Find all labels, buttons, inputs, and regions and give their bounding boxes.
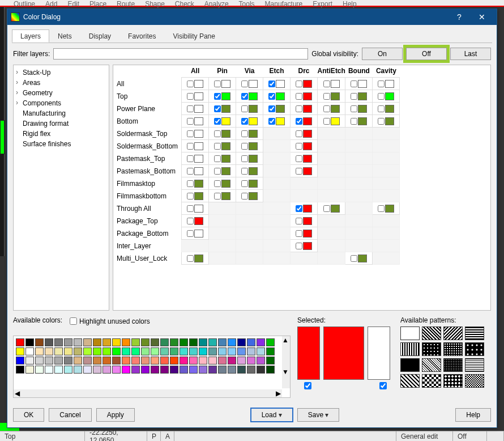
palette-swatch[interactable] [160, 347, 169, 355]
palette-swatch[interactable] [112, 357, 121, 364]
palette-swatch[interactable] [83, 357, 92, 364]
layer-visibility-checkbox[interactable] [241, 118, 248, 125]
palette-swatch[interactable] [112, 347, 121, 355]
palette-swatch[interactable] [237, 357, 246, 364]
layer-color-swatch[interactable] [221, 92, 230, 100]
layer-color-swatch[interactable] [221, 117, 230, 125]
layer-color-swatch[interactable] [221, 180, 230, 188]
layer-color-swatch[interactable] [303, 217, 312, 225]
palette-swatch[interactable] [266, 347, 275, 355]
palette-swatch[interactable] [45, 366, 53, 374]
layer-color-swatch[interactable] [194, 80, 203, 88]
palette-swatch[interactable] [189, 338, 198, 346]
palette-swatch[interactable] [54, 338, 63, 346]
palette-swatch[interactable] [74, 357, 82, 364]
palette-swatch[interactable] [170, 357, 178, 364]
layer-color-swatch[interactable] [249, 192, 258, 200]
selected-color-bg[interactable] [368, 326, 390, 380]
palette-swatch[interactable] [54, 357, 63, 364]
palette-swatch[interactable] [218, 366, 227, 374]
layer-color-swatch[interactable] [385, 105, 394, 113]
layer-visibility-checkbox[interactable] [268, 105, 275, 112]
palette-swatch[interactable] [64, 347, 72, 355]
layer-color-swatch[interactable] [331, 92, 340, 100]
palette-swatch[interactable] [25, 338, 34, 346]
layer-visibility-checkbox[interactable] [187, 118, 194, 125]
layer-visibility-checkbox[interactable] [296, 105, 302, 112]
layer-color-swatch[interactable] [249, 117, 258, 125]
apply-button[interactable]: Apply [96, 408, 135, 422]
layer-visibility-checkbox[interactable] [296, 118, 302, 125]
palette-swatch[interactable] [83, 347, 92, 355]
palette-swatch[interactable] [257, 347, 265, 355]
vis-last-button[interactable]: Last [450, 48, 491, 60]
palette-swatch[interactable] [131, 366, 140, 374]
layer-visibility-checkbox[interactable] [323, 118, 330, 125]
selected-bg-check[interactable] [379, 382, 387, 389]
palette-swatch[interactable] [180, 347, 188, 355]
layer-visibility-checkbox[interactable] [296, 243, 302, 249]
layer-visibility-checkbox[interactable] [214, 155, 221, 162]
layer-color-swatch[interactable] [385, 92, 394, 100]
palette-swatch[interactable] [141, 366, 150, 374]
palette-swatch[interactable] [45, 347, 53, 355]
palette-swatch[interactable] [35, 366, 44, 374]
palette-swatch[interactable] [74, 338, 82, 346]
layer-color-swatch[interactable] [358, 80, 367, 88]
palette-swatch[interactable] [160, 357, 169, 364]
layer-color-swatch[interactable] [385, 80, 394, 88]
layer-color-swatch[interactable] [331, 105, 340, 113]
layer-color-swatch[interactable] [385, 117, 394, 125]
palette-swatch[interactable] [74, 347, 82, 355]
palette-swatch[interactable] [45, 338, 53, 346]
layer-visibility-checkbox[interactable] [187, 155, 194, 162]
layer-visibility-checkbox[interactable] [351, 105, 357, 112]
layer-color-swatch[interactable] [221, 142, 230, 150]
layer-visibility-checkbox[interactable] [241, 193, 248, 200]
layer-visibility-checkbox[interactable] [351, 255, 357, 262]
tree-item[interactable]: Surface finishes [14, 139, 109, 149]
palette-swatch[interactable] [102, 347, 111, 355]
palette-swatch[interactable] [218, 357, 227, 364]
layer-color-swatch[interactable] [303, 167, 312, 175]
palette-swatch[interactable] [247, 347, 255, 355]
layer-visibility-checkbox[interactable] [241, 80, 248, 87]
layer-color-swatch[interactable] [249, 167, 258, 175]
palette-swatch[interactable] [83, 338, 92, 346]
palette-swatch[interactable] [64, 366, 72, 374]
layer-visibility-checkbox[interactable] [214, 143, 221, 150]
layer-visibility-checkbox[interactable] [214, 93, 221, 100]
layer-visibility-checkbox[interactable] [351, 80, 357, 87]
layer-visibility-checkbox[interactable] [378, 93, 385, 100]
layer-visibility-checkbox[interactable] [268, 118, 275, 125]
palette-swatch[interactable] [16, 347, 24, 355]
layer-visibility-checkbox[interactable] [241, 130, 248, 137]
palette-swatch[interactable] [54, 347, 63, 355]
layer-visibility-checkbox[interactable] [323, 80, 330, 87]
palette-swatch[interactable] [257, 366, 265, 374]
layer-visibility-checkbox[interactable] [296, 218, 302, 224]
palette-swatch[interactable] [180, 366, 188, 374]
layer-color-swatch[interactable] [303, 142, 312, 150]
palette-swatch[interactable] [16, 366, 24, 374]
palette-swatch[interactable] [180, 338, 188, 346]
palette-swatch[interactable] [64, 357, 72, 364]
layer-color-swatch[interactable] [303, 92, 312, 100]
layer-color-swatch[interactable] [249, 92, 258, 100]
layer-color-swatch[interactable] [221, 155, 230, 163]
ok-button[interactable]: OK [13, 408, 44, 422]
palette-swatch[interactable] [102, 338, 111, 346]
palette-swatch[interactable] [247, 366, 255, 374]
palette-swatch[interactable] [131, 338, 140, 346]
palette-swatch[interactable] [93, 338, 101, 346]
palette-swatch[interactable] [35, 357, 44, 364]
color-palette[interactable] [16, 338, 288, 374]
layer-color-swatch[interactable] [249, 180, 258, 188]
tab-layers[interactable]: Layers [12, 29, 49, 43]
layer-visibility-checkbox[interactable] [296, 155, 302, 162]
palette-swatch[interactable] [170, 366, 178, 374]
layer-visibility-checkbox[interactable] [378, 205, 385, 212]
tab-visibility-pane[interactable]: Visibility Pane [164, 29, 223, 43]
cancel-button[interactable]: Cancel [49, 408, 91, 422]
palette-swatch[interactable] [266, 357, 275, 364]
